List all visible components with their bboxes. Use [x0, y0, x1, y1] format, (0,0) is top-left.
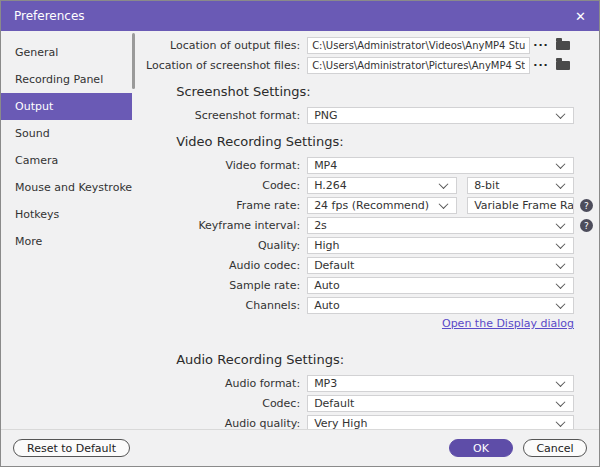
- selected-value: 24 fps (Recommend): [314, 199, 429, 212]
- audio-codec-label: Audio codec:: [132, 259, 307, 272]
- ok-button[interactable]: OK: [449, 439, 513, 457]
- titlebar: Preferences ✕: [1, 1, 599, 31]
- audio-codec2-label: Codec:: [132, 397, 307, 410]
- sidebar-item-output[interactable]: Output: [1, 93, 132, 120]
- video-codec-select[interactable]: H.264: [307, 177, 457, 194]
- selected-value: Auto: [314, 279, 340, 292]
- video-codec-label: Codec:: [132, 179, 307, 192]
- audio-settings-title: Audio Recording Settings:: [176, 352, 599, 367]
- frame-rate-label: Frame rate:: [132, 199, 307, 212]
- chevron-down-icon: [439, 179, 449, 189]
- audio-quality-label: Audio quality:: [132, 417, 307, 429]
- sidebar-item-sound[interactable]: Sound: [1, 120, 132, 147]
- chevron-down-icon: [439, 199, 449, 209]
- sidebar-item-recording-panel[interactable]: Recording Panel: [1, 66, 132, 93]
- audio-quality-row: Audio quality: Very High: [132, 415, 599, 429]
- selected-value: 8-bit: [474, 179, 499, 192]
- audio-quality-select[interactable]: Very High: [307, 415, 574, 429]
- chevron-down-icon: [556, 109, 566, 119]
- screenshot-format-label: Screenshot format:: [132, 109, 307, 122]
- chevron-down-icon: [556, 179, 566, 189]
- video-settings-title: Video Recording Settings:: [176, 134, 599, 149]
- audio-format-label: Audio format:: [132, 377, 307, 390]
- audio-codec2-row: Codec: Default: [132, 395, 599, 412]
- selected-value: High: [314, 239, 339, 252]
- chevron-down-icon: [556, 259, 566, 269]
- output-location-label: Location of output files:: [132, 39, 307, 52]
- frame-rate-mode-select[interactable]: Variable Frame Rate: [467, 197, 574, 214]
- keyframe-interval-label: Keyframe interval:: [132, 219, 307, 232]
- chevron-down-icon: [556, 397, 566, 407]
- sidebar-item-camera[interactable]: Camera: [1, 147, 132, 174]
- output-browse-button[interactable]: ...: [530, 37, 552, 54]
- video-format-row: Video format: MP4: [132, 157, 599, 174]
- sidebar: General Recording Panel Output Sound Cam…: [1, 31, 132, 429]
- audio-format-row: Audio format: MP3: [132, 375, 599, 392]
- open-display-dialog-link[interactable]: Open the Display dialog: [442, 317, 574, 330]
- dialog-footer: Reset to Default OK Cancel: [1, 429, 599, 466]
- screenshot-format-select[interactable]: PNG: [307, 107, 574, 124]
- screenshot-open-folder-button[interactable]: [552, 57, 574, 74]
- selected-value: Default: [314, 259, 354, 272]
- audio-codec-select[interactable]: Default: [307, 257, 574, 274]
- folder-icon: [556, 61, 570, 70]
- sample-rate-label: Sample rate:: [132, 279, 307, 292]
- quality-row: Quality: High: [132, 237, 599, 254]
- selected-value: Default: [314, 397, 354, 410]
- screenshot-location-input[interactable]: [307, 57, 530, 74]
- cancel-button[interactable]: Cancel: [523, 439, 587, 457]
- selected-value: MP3: [314, 377, 337, 390]
- video-format-select[interactable]: MP4: [307, 157, 574, 174]
- audio-codec-row: Audio codec: Default: [132, 257, 599, 274]
- chevron-down-icon: [556, 239, 566, 249]
- channels-label: Channels:: [132, 299, 307, 312]
- keyframe-interval-select[interactable]: 2s: [307, 217, 574, 234]
- selected-value: Variable Frame Rate: [474, 199, 574, 212]
- close-icon[interactable]: ✕: [575, 10, 586, 23]
- selected-value: H.264: [314, 179, 347, 192]
- selected-value: 2s: [314, 219, 327, 232]
- output-location-input[interactable]: [307, 37, 530, 54]
- folder-icon: [556, 41, 570, 50]
- display-dialog-link-row: Open the Display dialog: [132, 317, 599, 330]
- screenshot-format-row: Screenshot format: PNG: [132, 107, 599, 124]
- bit-depth-select[interactable]: 8-bit: [467, 177, 574, 194]
- chevron-down-icon: [556, 377, 566, 387]
- chevron-down-icon: [556, 219, 566, 229]
- screenshot-settings-title: Screenshot Settings:: [176, 84, 599, 99]
- sample-rate-row: Sample rate: Auto: [132, 277, 599, 294]
- video-codec-row: Codec: H.264 8-bit: [132, 177, 599, 194]
- audio-format-select[interactable]: MP3: [307, 375, 574, 392]
- output-open-folder-button[interactable]: [552, 37, 574, 54]
- channels-select[interactable]: Auto: [307, 297, 574, 314]
- help-icon[interactable]: ?: [580, 219, 593, 232]
- dialog-body: General Recording Panel Output Sound Cam…: [1, 31, 599, 429]
- selected-value: Very High: [314, 417, 367, 429]
- help-icon[interactable]: ?: [580, 199, 593, 212]
- window-title: Preferences: [14, 9, 85, 23]
- preferences-dialog: Preferences ✕ General Recording Panel Ou…: [0, 0, 600, 467]
- video-format-label: Video format:: [132, 159, 307, 172]
- selected-value: PNG: [314, 109, 337, 122]
- chevron-down-icon: [556, 299, 566, 309]
- output-settings-panel: Location of output files: ... Location o…: [132, 31, 599, 429]
- scrollbar-track[interactable]: [132, 31, 136, 429]
- frame-rate-select[interactable]: 24 fps (Recommend): [307, 197, 457, 214]
- scrollbar-thumb[interactable]: [132, 33, 135, 89]
- channels-row: Channels: Auto: [132, 297, 599, 314]
- screenshot-browse-button[interactable]: ...: [530, 57, 552, 74]
- audio-codec2-select[interactable]: Default: [307, 395, 574, 412]
- sidebar-item-hotkeys[interactable]: Hotkeys: [1, 201, 132, 228]
- screenshot-location-label: Location of screenshot files:: [132, 59, 307, 72]
- output-location-row: Location of output files: ...: [132, 37, 599, 54]
- quality-select[interactable]: High: [307, 237, 574, 254]
- selected-value: MP4: [314, 159, 337, 172]
- keyframe-interval-row: Keyframe interval: 2s ?: [132, 217, 599, 234]
- sidebar-item-general[interactable]: General: [1, 39, 132, 66]
- sidebar-item-more[interactable]: More: [1, 228, 132, 255]
- frame-rate-row: Frame rate: 24 fps (Recommend) Variable …: [132, 197, 599, 214]
- sidebar-item-mouse-keystroke[interactable]: Mouse and Keystroke: [1, 174, 132, 201]
- chevron-down-icon: [556, 159, 566, 169]
- reset-to-default-button[interactable]: Reset to Default: [13, 439, 130, 457]
- sample-rate-select[interactable]: Auto: [307, 277, 574, 294]
